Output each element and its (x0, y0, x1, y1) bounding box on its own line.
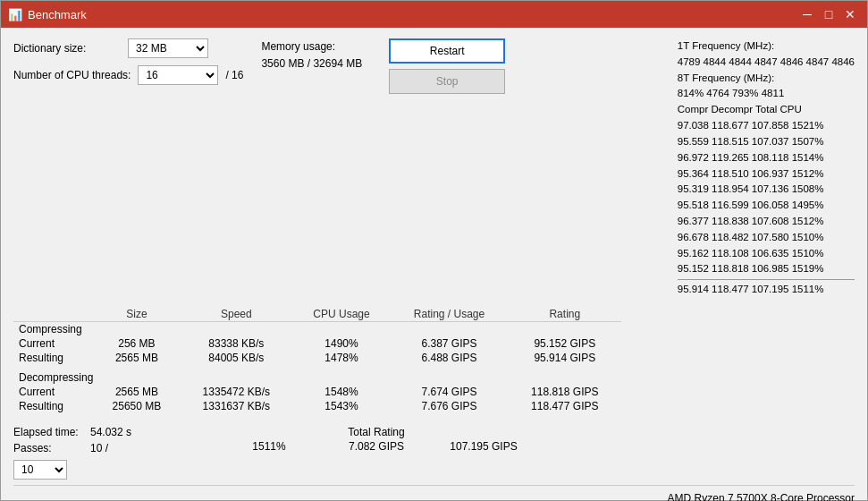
bottom-section: Windows 10.0.19045 : f:1FB10D2774C AMD R… (13, 485, 855, 501)
close-button[interactable]: ✕ (840, 4, 860, 24)
col-rating: Rating (509, 307, 621, 322)
dc-size: 2565 MB (94, 385, 180, 399)
total-rating-section: Total Rating 1511% 7.082 GIPS 107.195 GI… (233, 426, 519, 453)
stats-row-6: 96.377 118.838 107.608 1512% (678, 214, 855, 230)
passes-value: 10 / (90, 442, 144, 454)
processor-name: AMD Ryzen 7 5700X 8-Core Processor (668, 491, 855, 501)
col-speed: Speed (180, 307, 292, 322)
stats-row-7: 96.678 118.482 107.580 1510% (678, 230, 855, 246)
stats-divider (678, 279, 855, 280)
memory-label: Memory usage: (261, 38, 362, 55)
benchmark-window: 📊 Benchmark ─ □ ✕ Dictionary size: 32 MB… (0, 0, 868, 501)
stats-row-0: 97.038 118.677 107.858 1521% (678, 118, 855, 134)
stats-row-4: 95.319 118.954 107.136 1508% (678, 182, 855, 198)
stats-total: 95.914 118.477 107.195 1511% (678, 282, 855, 298)
button-section: Restart Stop (389, 38, 505, 94)
elapsed-time-row: Elapsed time: 54.032 s (13, 426, 144, 438)
passes-row: Passes: 10 / (13, 442, 144, 454)
cr-rating: 95.914 GIPS (509, 351, 621, 365)
freq-8t-label: 8T Frequency (MHz): (678, 71, 855, 87)
minimize-button[interactable]: ─ (797, 4, 817, 24)
cr-speed: 84005 KB/s (180, 351, 292, 365)
elapsed-left: Elapsed time: 54.032 s Passes: 10 / 10 1… (13, 426, 144, 480)
elapsed-section: Elapsed time: 54.032 s Passes: 10 / 10 1… (13, 426, 855, 480)
app-icon: 📊 (8, 8, 22, 21)
threads-max: / 16 (225, 69, 243, 81)
total-gips2: 107.195 GIPS (448, 440, 519, 453)
passes-select[interactable]: 10 1 5 20 (13, 460, 67, 480)
cr-name: Resulting (13, 351, 94, 365)
elapsed-time-value: 54.032 s (90, 426, 144, 438)
memory-value: 3560 MB / 32694 MB (261, 55, 362, 72)
col-size: Size (94, 307, 180, 322)
dc-rating-usage: 7.674 GIPS (390, 385, 508, 399)
bench-table-section: Size Speed CPU Usage Rating / Usage Rati… (13, 307, 855, 413)
passes-label: Passes: (13, 442, 85, 454)
dr-speed: 1331637 KB/s (180, 399, 292, 413)
compress-resulting-row: Resulting 2565 MB 84005 KB/s 1478% 6.488… (13, 351, 621, 365)
stats-row-5: 95.518 116.599 106.058 1495% (678, 198, 855, 214)
compress-current-row: Current 256 MB 83338 KB/s 1490% 6.387 GI… (13, 336, 621, 351)
stats-row-9: 95.152 118.818 106.985 1519% (678, 261, 855, 277)
stats-row-2: 96.972 119.265 108.118 1514% (678, 150, 855, 166)
dr-rating-usage: 7.676 GIPS (390, 399, 508, 413)
freq-8t-values: 814% 4764 793% 4811 (678, 86, 855, 102)
total-cpu: 1511% (233, 440, 305, 453)
dc-speed: 1335472 KB/s (180, 385, 292, 399)
threads-select[interactable]: 16 8 4 2 1 (138, 65, 218, 85)
decompressing-label: Decompressing (13, 370, 621, 385)
dc-rating: 118.818 GIPS (509, 385, 621, 399)
right-stats: 1T Frequency (MHz): 4789 4844 4844 4847 … (678, 38, 855, 298)
cc-rating-usage: 6.387 GIPS (390, 336, 508, 351)
left-controls: Dictionary size: 32 MB 64 MB 16 MB Numbe… (13, 38, 243, 85)
dr-cpu: 1543% (293, 399, 391, 413)
window-controls: ─ □ ✕ (797, 4, 860, 24)
dc-name: Current (13, 385, 94, 399)
stop-button: Stop (389, 69, 505, 94)
decompress-header-row: Decompressing (13, 370, 621, 385)
cc-speed: 83338 KB/s (180, 336, 292, 351)
dr-size: 25650 MB (94, 399, 180, 413)
main-content: Dictionary size: 32 MB 64 MB 16 MB Numbe… (1, 28, 867, 501)
dict-select[interactable]: 32 MB 64 MB 16 MB (128, 38, 208, 58)
dict-row: Dictionary size: 32 MB 64 MB 16 MB (13, 38, 243, 58)
stats-row-8: 95.162 118.108 106.635 1510% (678, 246, 855, 262)
col-rating-usage: Rating / Usage (390, 307, 508, 322)
threads-row: Number of CPU threads: 16 8 4 2 1 / 16 (13, 65, 243, 85)
cr-cpu: 1478% (293, 351, 391, 365)
cc-size: 256 MB (94, 336, 180, 351)
stats-row-1: 95.559 118.515 107.037 1507% (678, 134, 855, 150)
dr-rating: 118.477 GIPS (509, 399, 621, 413)
cr-rating-usage: 6.488 GIPS (390, 351, 508, 365)
freq-1t-label: 1T Frequency (MHz): (678, 38, 855, 55)
dr-name: Resulting (13, 399, 94, 413)
cr-size: 2565 MB (94, 351, 180, 365)
footer-row-1: Windows 10.0.19045 : f:1FB10D2774C AMD R… (13, 489, 855, 501)
threads-label: Number of CPU threads: (13, 69, 131, 81)
cc-name: Current (13, 336, 94, 351)
elapsed-time-label: Elapsed time: (13, 426, 85, 438)
compressing-label: Compressing (13, 322, 621, 337)
bench-table: Size Speed CPU Usage Rating / Usage Rati… (13, 307, 621, 413)
col-headers: Compr Decompr Total CPU (678, 102, 855, 118)
dc-cpu: 1548% (293, 385, 391, 399)
restart-button[interactable]: Restart (389, 38, 505, 64)
maximize-button[interactable]: □ (819, 4, 839, 24)
total-gips1: 7.082 GIPS (341, 440, 412, 453)
memory-section: Memory usage: 3560 MB / 32694 MB (261, 38, 362, 72)
total-rating-label: Total Rating (233, 426, 519, 438)
table-header-row: Size Speed CPU Usage Rating / Usage Rati… (13, 307, 621, 322)
window-title: 📊 Benchmark (8, 8, 87, 21)
processor-info: AMD Ryzen 7 5700X 8-Core Processor (A20F… (668, 491, 855, 501)
cc-cpu: 1490% (293, 336, 391, 351)
col-name (13, 307, 94, 322)
decompress-current-row: Current 2565 MB 1335472 KB/s 1548% 7.674… (13, 385, 621, 399)
col-cpu: CPU Usage (293, 307, 391, 322)
stats-row-3: 95.364 118.510 106.937 1512% (678, 166, 855, 183)
decompress-resulting-row: Resulting 25650 MB 1331637 KB/s 1543% 7.… (13, 399, 621, 413)
titlebar: 📊 Benchmark ─ □ ✕ (1, 1, 867, 28)
cc-rating: 95.152 GIPS (509, 336, 621, 351)
total-rating-row: 1511% 7.082 GIPS 107.195 GIPS (233, 440, 519, 453)
compress-header-row: Compressing (13, 322, 621, 337)
dict-label: Dictionary size: (13, 42, 121, 55)
